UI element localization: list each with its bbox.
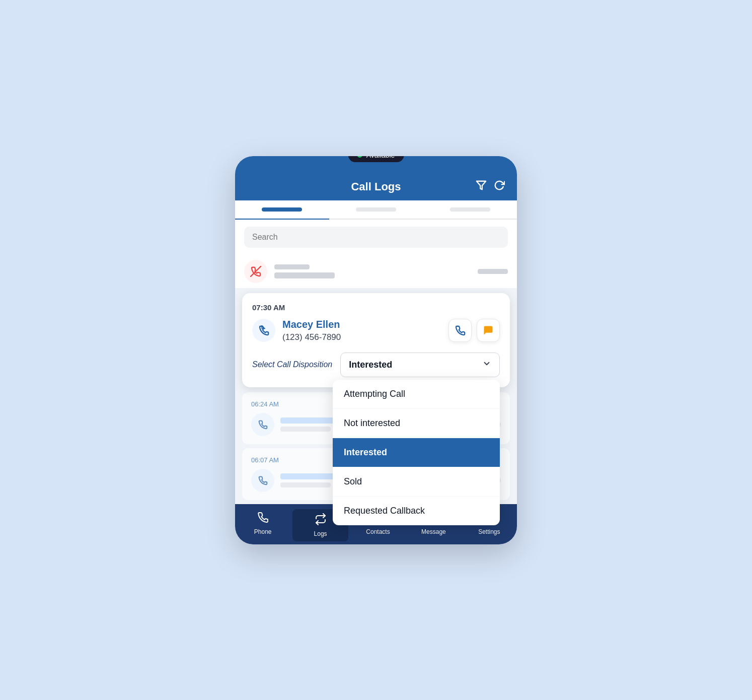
disposition-label: Select Call Disposition <box>252 360 332 369</box>
tabs-bar <box>235 200 517 220</box>
phone-nav-icon <box>257 511 269 526</box>
svg-marker-0 <box>477 181 486 189</box>
status-dot <box>357 156 362 158</box>
contact-name: Macey Ellen <box>282 319 441 330</box>
call-icon-3 <box>251 469 274 492</box>
tab-1[interactable] <box>235 200 329 219</box>
message-button[interactable] <box>477 319 500 342</box>
blurred-badge <box>478 269 508 274</box>
search-area <box>235 220 517 255</box>
missed-call-icon-circle <box>244 260 267 283</box>
status-text: Available <box>366 156 395 159</box>
blurred-call-item-1 <box>235 255 517 288</box>
contact-info: Macey Ellen (123) 456-7890 <box>282 319 441 342</box>
disposition-dropdown: Attempting Call Not interested Intereste… <box>333 380 500 525</box>
dropdown-item-requested-callback[interactable]: Requested Callback <box>333 497 500 525</box>
action-buttons <box>448 319 500 342</box>
call-icon-2 <box>251 413 274 436</box>
selected-disposition-text: Interested <box>349 360 392 370</box>
call-icon-circle <box>252 319 275 342</box>
tab-3[interactable] <box>423 200 517 219</box>
tab-2[interactable] <box>329 200 423 219</box>
dropdown-item-sold[interactable]: Sold <box>333 467 500 497</box>
search-input[interactable] <box>244 227 508 248</box>
nav-label-phone: Phone <box>254 528 272 535</box>
header-title: Call Logs <box>351 180 401 193</box>
refresh-icon[interactable] <box>494 180 505 194</box>
filter-icon[interactable] <box>476 180 487 194</box>
disposition-select[interactable]: Interested <box>340 353 500 377</box>
dropdown-item-not-interested[interactable]: Not interested <box>333 409 500 438</box>
card-time: 07:30 AM <box>252 303 500 312</box>
nav-label-message: Message <box>421 528 446 535</box>
blurred-info <box>274 264 471 278</box>
nav-item-phone[interactable]: Phone <box>235 511 290 539</box>
status-pill: Available <box>348 156 404 162</box>
logs-nav-icon <box>315 513 327 528</box>
call-button[interactable] <box>448 319 472 342</box>
nav-label-settings: Settings <box>478 528 500 535</box>
disposition-row: Select Call Disposition Interested Attem… <box>252 353 500 377</box>
dropdown-item-interested[interactable]: Interested <box>333 438 500 467</box>
chevron-down-icon <box>482 359 491 371</box>
nav-label-logs: Logs <box>314 530 327 537</box>
contact-phone: (123) 456-7890 <box>282 332 441 342</box>
nav-label-contacts: Contacts <box>366 528 390 535</box>
active-call-card: 07:30 AM Macey Ellen (123) 456-7890 <box>242 293 510 387</box>
dropdown-item-attempting-call[interactable]: Attempting Call <box>333 380 500 409</box>
